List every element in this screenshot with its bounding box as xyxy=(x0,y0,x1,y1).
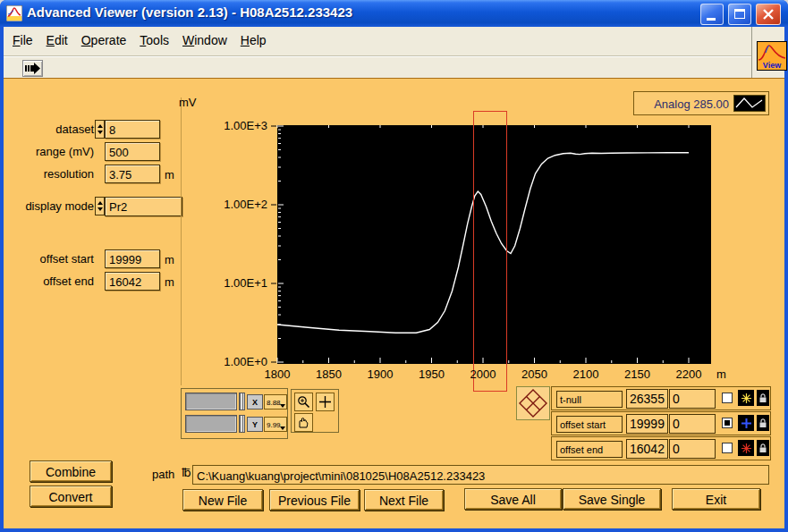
spin-down-icon[interactable] xyxy=(97,131,103,134)
save-single-button[interactable]: Save Single xyxy=(563,488,661,510)
y-scale-lock-button[interactable]: Y xyxy=(247,417,263,432)
resolution-field[interactable]: 3.75 xyxy=(105,165,160,183)
spin-down-icon[interactable] xyxy=(97,207,103,211)
dataset-spinner[interactable] xyxy=(95,120,105,139)
x-tick-label: 1950 xyxy=(411,367,453,381)
cursor-x-value[interactable]: 16042 xyxy=(626,439,668,459)
lock-icon xyxy=(758,443,767,453)
menu-operate[interactable]: Operate xyxy=(81,33,127,55)
lock-icon xyxy=(758,418,767,428)
cursor-tool-button[interactable] xyxy=(316,393,335,411)
previous-file-button[interactable]: Previous File xyxy=(269,489,360,511)
cursor-lock-button[interactable] xyxy=(757,440,769,456)
x-tick-label: 1800 xyxy=(257,367,298,381)
zoom-tool-button[interactable] xyxy=(294,393,313,411)
x-tick-label: 1850 xyxy=(309,367,350,381)
cursor-lock-button[interactable] xyxy=(757,415,769,431)
x-scale-textbox[interactable] xyxy=(185,393,237,410)
maximize-button[interactable] xyxy=(728,4,751,25)
path-field[interactable]: C:\Kuang\kuang\project\mini\081025\H08A2… xyxy=(192,465,769,485)
cursor-style-button[interactable] xyxy=(738,415,754,431)
y-scale-slider-icon[interactable] xyxy=(239,415,245,433)
x-axis-unit-label: m xyxy=(716,367,726,381)
menu-tools[interactable]: Tools xyxy=(140,33,169,55)
minimize-icon xyxy=(707,18,716,21)
peak-curve-icon xyxy=(758,42,786,62)
menu-file[interactable]: File xyxy=(13,33,33,55)
cursor-x-value[interactable]: 26355 xyxy=(626,389,668,409)
cursor-y-value[interactable]: 0 xyxy=(669,414,716,434)
maximize-icon xyxy=(734,9,745,19)
path-type-icon: ℔ xyxy=(182,466,191,479)
cursor-region-rectangle[interactable] xyxy=(473,111,507,392)
range-label: range (mV) xyxy=(4,145,94,158)
crosshair-plus-icon xyxy=(318,395,332,409)
y-axis-unit-label: mV xyxy=(179,96,197,109)
run-button[interactable] xyxy=(22,60,43,77)
pan-tool-button[interactable] xyxy=(294,413,313,432)
menu-window[interactable]: Window xyxy=(182,33,227,55)
new-file-button[interactable]: New File xyxy=(182,489,263,511)
legend-zigzag-icon xyxy=(734,96,765,111)
display-mode-spinner[interactable] xyxy=(95,197,105,215)
menu-edit[interactable]: Edit xyxy=(47,33,68,55)
minimize-button[interactable] xyxy=(700,4,724,25)
offset-end-field[interactable]: 16042 xyxy=(105,272,160,291)
cursor-name-field[interactable]: offset start xyxy=(556,416,623,433)
save-all-button[interactable]: Save All xyxy=(464,488,562,510)
axis-scale-palette: X 8.88 Y 9.99 xyxy=(181,388,288,439)
menu-help[interactable]: Help xyxy=(241,33,267,55)
convert-button[interactable]: Convert xyxy=(30,486,112,507)
dropdown-arrow-icon xyxy=(280,426,285,430)
title-bar[interactable]: Advanced Viewer (version 2.13) - H08A251… xyxy=(0,0,788,27)
y-format-button[interactable]: 9.99 xyxy=(264,417,287,432)
cursor-mover-control[interactable] xyxy=(516,386,550,420)
graph-tool-palette xyxy=(291,389,339,433)
spin-up-icon[interactable] xyxy=(97,124,103,128)
cursor-y-value[interactable]: 0 xyxy=(669,389,716,409)
x-tick-label: 1900 xyxy=(360,367,401,381)
exit-button[interactable]: Exit xyxy=(672,488,760,510)
dataset-field[interactable]: 8 xyxy=(105,120,160,139)
display-mode-field[interactable]: Pr2 xyxy=(105,197,182,216)
offset-start-field[interactable]: 19999 xyxy=(105,249,160,268)
display-mode-label: display mode xyxy=(4,199,94,213)
cursor-row-offset-start: offset start 19999 0 xyxy=(551,411,771,435)
y-scale-textbox[interactable] xyxy=(185,415,237,433)
toolbar-divider xyxy=(751,27,752,78)
view-badge-label: View xyxy=(758,61,786,70)
x-scale-lock-button[interactable]: X xyxy=(247,394,263,410)
x-scale-slider-icon[interactable] xyxy=(239,393,245,410)
spin-up-icon[interactable] xyxy=(97,201,103,205)
combine-button[interactable]: Combine xyxy=(30,460,112,482)
cursor-lock-button[interactable] xyxy=(757,390,769,406)
cursor-name-field[interactable]: offset end xyxy=(556,441,623,458)
next-file-button[interactable]: Next File xyxy=(364,489,444,511)
x-format-button[interactable]: 8.88 xyxy=(264,394,287,410)
dropdown-arrow-icon xyxy=(280,404,285,408)
x-tick-label: 2200 xyxy=(668,367,709,381)
view-badge: View xyxy=(757,41,787,71)
cursor-visible-checkbox[interactable] xyxy=(722,393,733,403)
range-field[interactable]: 500 xyxy=(105,142,160,161)
y-tick-label: 1.00E+2 xyxy=(199,198,267,211)
cursor-visible-checkbox[interactable] xyxy=(722,443,733,453)
front-panel: dataset 8 range (mV) 500 resolution 3.75… xyxy=(4,78,784,528)
cursor-x-value[interactable]: 19999 xyxy=(626,414,668,434)
cursor-name-field[interactable]: t-null xyxy=(556,391,623,408)
cursor-y-value[interactable]: 0 xyxy=(669,439,716,459)
offset-end-label: offset end xyxy=(4,274,94,288)
y-tick-label: 1.00E+3 xyxy=(199,119,267,132)
close-button[interactable] xyxy=(756,4,781,25)
menu-separator xyxy=(4,55,751,57)
cursor-style-button[interactable] xyxy=(738,390,754,406)
y-tick-label: 1.00E+0 xyxy=(199,355,267,368)
checkbox-fill xyxy=(724,420,730,426)
cursor-visible-checkbox[interactable] xyxy=(722,418,733,428)
cursor-style-button[interactable] xyxy=(738,440,754,456)
resolution-label: resolution xyxy=(4,167,94,181)
menu-bar: File Edit Operate Tools Window Help xyxy=(4,27,751,55)
legend-line-swatch[interactable] xyxy=(733,95,766,112)
plot-legend[interactable]: Analog 285.00 xyxy=(633,91,769,115)
x-tick-label: 2100 xyxy=(565,367,606,381)
